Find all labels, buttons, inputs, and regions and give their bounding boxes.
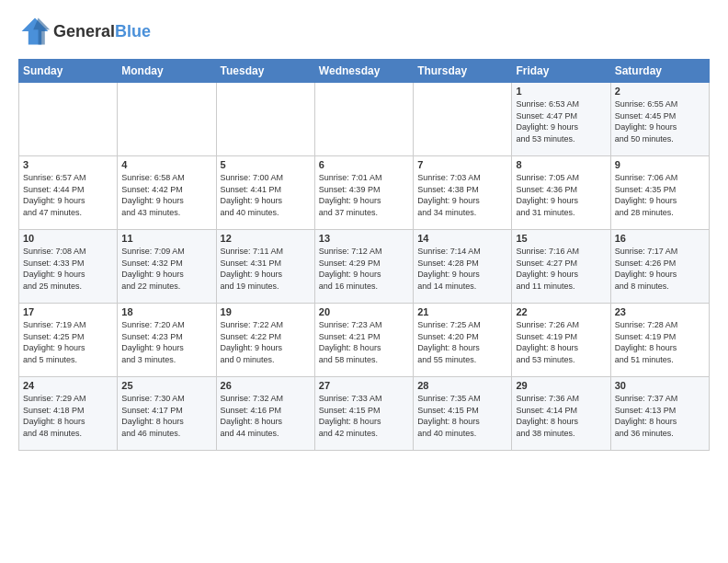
day-info: Sunrise: 7:12 AM Sunset: 4:29 PM Dayligh… [319,246,409,292]
day-number: 24 [23,380,113,391]
day-number: 9 [615,159,705,170]
calendar-cell: 29Sunrise: 7:36 AM Sunset: 4:14 PM Dayli… [512,377,610,451]
day-info: Sunrise: 7:30 AM Sunset: 4:17 PM Dayligh… [121,393,211,439]
logo-icon [18,15,51,48]
header: GeneralBlue [18,15,710,48]
day-info: Sunrise: 7:16 AM Sunset: 4:27 PM Dayligh… [516,246,606,292]
logo-text: GeneralBlue [53,22,151,41]
calendar-cell: 9Sunrise: 7:06 AM Sunset: 4:35 PM Daylig… [610,156,709,230]
day-info: Sunrise: 7:06 AM Sunset: 4:35 PM Dayligh… [615,172,705,218]
day-info: Sunrise: 7:03 AM Sunset: 4:38 PM Dayligh… [417,172,507,218]
day-info: Sunrise: 7:37 AM Sunset: 4:13 PM Dayligh… [615,393,705,439]
calendar-cell [19,83,118,156]
calendar-cell: 17Sunrise: 7:19 AM Sunset: 4:25 PM Dayli… [19,304,118,377]
day-number: 22 [516,306,606,317]
day-number: 3 [23,159,113,170]
day-info: Sunrise: 7:29 AM Sunset: 4:18 PM Dayligh… [23,393,113,439]
calendar-cell [216,83,314,156]
day-info: Sunrise: 6:57 AM Sunset: 4:44 PM Dayligh… [23,172,113,218]
day-header-thursday: Thursday [414,60,512,83]
calendar-cell [118,83,216,156]
calendar-cell: 10Sunrise: 7:08 AM Sunset: 4:33 PM Dayli… [19,230,118,304]
week-row-1: 1Sunrise: 6:53 AM Sunset: 4:47 PM Daylig… [19,83,710,156]
day-header-monday: Monday [118,60,216,83]
calendar-cell: 6Sunrise: 7:01 AM Sunset: 4:39 PM Daylig… [314,156,413,230]
calendar-cell: 2Sunrise: 6:55 AM Sunset: 4:45 PM Daylig… [610,83,709,156]
day-info: Sunrise: 7:26 AM Sunset: 4:19 PM Dayligh… [516,319,606,365]
day-number: 23 [615,306,705,317]
day-info: Sunrise: 7:35 AM Sunset: 4:15 PM Dayligh… [417,393,507,439]
calendar-cell [414,83,512,156]
day-info: Sunrise: 7:19 AM Sunset: 4:25 PM Dayligh… [23,319,113,365]
day-header-wednesday: Wednesday [314,60,413,83]
day-number: 28 [417,380,507,391]
day-number: 2 [615,86,705,97]
calendar-cell: 3Sunrise: 6:57 AM Sunset: 4:44 PM Daylig… [19,156,118,230]
day-header-saturday: Saturday [610,60,709,83]
day-info: Sunrise: 7:20 AM Sunset: 4:23 PM Dayligh… [121,319,211,365]
calendar-cell: 12Sunrise: 7:11 AM Sunset: 4:31 PM Dayli… [216,230,314,304]
day-number: 16 [615,233,705,244]
calendar-cell: 25Sunrise: 7:30 AM Sunset: 4:17 PM Dayli… [118,377,216,451]
day-number: 29 [516,380,606,391]
day-info: Sunrise: 7:08 AM Sunset: 4:33 PM Dayligh… [23,246,113,292]
day-info: Sunrise: 7:14 AM Sunset: 4:28 PM Dayligh… [417,246,507,292]
calendar-cell: 16Sunrise: 7:17 AM Sunset: 4:26 PM Dayli… [610,230,709,304]
day-number: 30 [615,380,705,391]
calendar-cell: 20Sunrise: 7:23 AM Sunset: 4:21 PM Dayli… [314,304,413,377]
calendar-cell: 26Sunrise: 7:32 AM Sunset: 4:16 PM Dayli… [216,377,314,451]
day-number: 12 [221,233,311,244]
calendar-cell [314,83,413,156]
day-info: Sunrise: 7:22 AM Sunset: 4:22 PM Dayligh… [221,319,311,365]
day-number: 20 [319,306,409,317]
week-row-4: 17Sunrise: 7:19 AM Sunset: 4:25 PM Dayli… [19,304,710,377]
day-number: 15 [516,233,606,244]
day-info: Sunrise: 7:33 AM Sunset: 4:15 PM Dayligh… [319,393,409,439]
day-number: 27 [319,380,409,391]
calendar-cell: 4Sunrise: 6:58 AM Sunset: 4:42 PM Daylig… [118,156,216,230]
day-number: 10 [23,233,113,244]
page: GeneralBlue SundayMondayTuesdayWednesday… [0,0,728,460]
calendar-cell: 18Sunrise: 7:20 AM Sunset: 4:23 PM Dayli… [118,304,216,377]
day-number: 18 [121,306,211,317]
day-info: Sunrise: 7:05 AM Sunset: 4:36 PM Dayligh… [516,172,606,218]
day-info: Sunrise: 7:01 AM Sunset: 4:39 PM Dayligh… [319,172,409,218]
header-row: SundayMondayTuesdayWednesdayThursdayFrid… [19,60,710,83]
week-row-5: 24Sunrise: 7:29 AM Sunset: 4:18 PM Dayli… [19,377,710,451]
calendar-cell: 28Sunrise: 7:35 AM Sunset: 4:15 PM Dayli… [414,377,512,451]
day-info: Sunrise: 7:23 AM Sunset: 4:21 PM Dayligh… [319,319,409,365]
day-info: Sunrise: 7:32 AM Sunset: 4:16 PM Dayligh… [221,393,311,439]
day-number: 25 [121,380,211,391]
calendar-cell: 15Sunrise: 7:16 AM Sunset: 4:27 PM Dayli… [512,230,610,304]
day-number: 7 [417,159,507,170]
day-info: Sunrise: 7:25 AM Sunset: 4:20 PM Dayligh… [417,319,507,365]
calendar-cell: 22Sunrise: 7:26 AM Sunset: 4:19 PM Dayli… [512,304,610,377]
calendar-cell: 27Sunrise: 7:33 AM Sunset: 4:15 PM Dayli… [314,377,413,451]
day-header-sunday: Sunday [19,60,118,83]
day-number: 17 [23,306,113,317]
logo: GeneralBlue [18,15,151,48]
day-info: Sunrise: 7:09 AM Sunset: 4:32 PM Dayligh… [121,246,211,292]
day-info: Sunrise: 7:17 AM Sunset: 4:26 PM Dayligh… [615,246,705,292]
day-info: Sunrise: 7:36 AM Sunset: 4:14 PM Dayligh… [516,393,606,439]
calendar-cell: 5Sunrise: 7:00 AM Sunset: 4:41 PM Daylig… [216,156,314,230]
day-number: 4 [121,159,211,170]
calendar-cell: 30Sunrise: 7:37 AM Sunset: 4:13 PM Dayli… [610,377,709,451]
calendar-cell: 11Sunrise: 7:09 AM Sunset: 4:32 PM Dayli… [118,230,216,304]
day-info: Sunrise: 7:28 AM Sunset: 4:19 PM Dayligh… [615,319,705,365]
day-info: Sunrise: 6:55 AM Sunset: 4:45 PM Dayligh… [615,98,705,144]
day-info: Sunrise: 7:11 AM Sunset: 4:31 PM Dayligh… [221,246,311,292]
day-number: 26 [221,380,311,391]
day-number: 11 [121,233,211,244]
calendar-cell: 1Sunrise: 6:53 AM Sunset: 4:47 PM Daylig… [512,83,610,156]
day-number: 13 [319,233,409,244]
calendar-cell: 19Sunrise: 7:22 AM Sunset: 4:22 PM Dayli… [216,304,314,377]
day-info: Sunrise: 6:53 AM Sunset: 4:47 PM Dayligh… [516,98,606,144]
day-number: 14 [417,233,507,244]
day-header-tuesday: Tuesday [216,60,314,83]
calendar-table: SundayMondayTuesdayWednesdayThursdayFrid… [18,59,710,451]
calendar-cell: 14Sunrise: 7:14 AM Sunset: 4:28 PM Dayli… [414,230,512,304]
calendar-cell: 7Sunrise: 7:03 AM Sunset: 4:38 PM Daylig… [414,156,512,230]
day-info: Sunrise: 6:58 AM Sunset: 4:42 PM Dayligh… [121,172,211,218]
day-number: 19 [221,306,311,317]
